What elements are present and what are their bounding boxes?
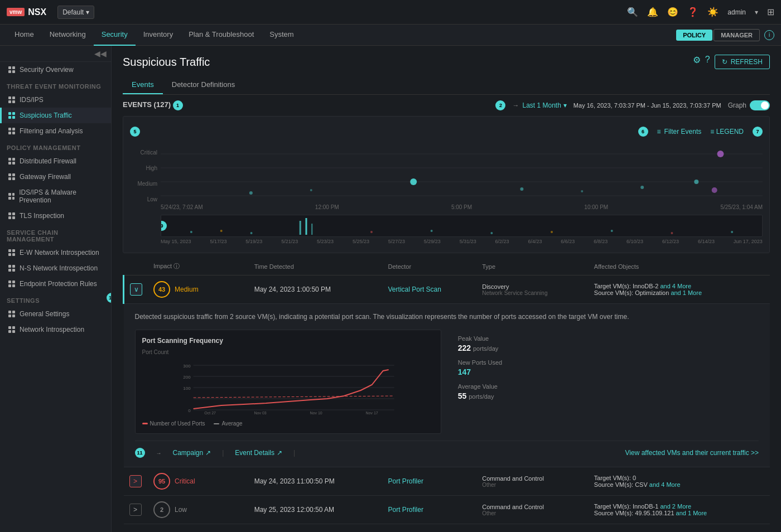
user-dropdown-icon[interactable]: ▾: [755, 8, 758, 16]
theme-icon[interactable]: ☀️: [707, 7, 719, 17]
user-name[interactable]: admin: [727, 8, 746, 16]
sidebar-item-gateway-firewall[interactable]: Gateway Firewall: [0, 169, 111, 185]
tabs-bar: Events Detector Definitions: [123, 76, 770, 95]
help-icon[interactable]: ❓: [687, 7, 698, 17]
avg-unit: ports/day: [469, 393, 494, 400]
table-body: ∨ 43 Medium May 24, 2023 1:00:50 PM Vert…: [124, 275, 770, 524]
view-affected-vms-link[interactable]: View affected VMs and their current traf…: [625, 449, 759, 457]
type-sub-2: Other: [482, 482, 583, 488]
event-details-link[interactable]: Event Details ↗: [235, 449, 282, 457]
sidebar-item-label: Network Introspection: [20, 326, 84, 333]
svg-text:200: 200: [183, 375, 191, 380]
impact-cell-1: 43 Medium: [148, 275, 204, 304]
page-title: Suspicious Traffic: [123, 56, 210, 69]
sidebar-item-security-overview[interactable]: Security Overview: [0, 62, 111, 78]
environment-selector[interactable]: Default ▾: [57, 6, 94, 19]
detector-link-3[interactable]: Port Profiler: [388, 506, 423, 514]
sidebar-item-ids-malware[interactable]: IDS/IPS & Malware Prevention: [0, 185, 111, 208]
tl-date-16: 6/14/23: [698, 239, 715, 244]
source-more-link-1[interactable]: and 1 More: [671, 289, 702, 296]
svg-text:100: 100: [183, 386, 191, 391]
tl-date-10: 6/2/23: [495, 239, 509, 244]
detector-link-2[interactable]: Port Profiler: [388, 477, 423, 485]
tab-events[interactable]: Events: [123, 76, 163, 94]
nav-networking[interactable]: Networking: [42, 25, 94, 46]
svg-point-4: [410, 178, 417, 185]
endpoint-rules-icon: [8, 280, 15, 287]
sidebar-item-suspicious-traffic[interactable]: Suspicious Traffic: [0, 108, 111, 123]
y-label-critical: Critical: [130, 149, 157, 156]
graph-toggle-switch[interactable]: [750, 100, 770, 110]
sidebar-item-endpoint-rules[interactable]: Endpoint Protection Rules: [0, 276, 111, 292]
new-ports-value[interactable]: 147: [458, 367, 753, 376]
nav-system[interactable]: System: [262, 25, 301, 46]
sidebar-item-filtering-analysis[interactable]: Filtering and Analysis: [0, 123, 111, 139]
source-vms-3: Source VM(s): 49.95.109.121 and 1 More: [594, 510, 764, 516]
expand-button-2[interactable]: >: [129, 475, 142, 487]
target-more-link-3[interactable]: and 2 More: [660, 503, 691, 510]
detector-link-1[interactable]: Vertical Port Scan: [388, 286, 441, 293]
expand-button-3[interactable]: >: [129, 504, 142, 516]
sidebar-item-tls-inspection[interactable]: TLS Inspection: [0, 208, 111, 224]
date-range-display: May 16, 2023, 7:03:37 PM - Jun 15, 2023,…: [573, 102, 721, 109]
impact-cell-3: 2 Low: [148, 496, 204, 524]
sidebar-item-label: Distributed Firewall: [20, 157, 76, 165]
apps-grid-icon[interactable]: ⊞: [767, 7, 774, 17]
sidebar-item-ew-network[interactable]: E-W Network Introspection: [0, 245, 111, 260]
port-chart-container: Port Scanning Frequency Port Count: [135, 330, 441, 434]
timeline-histogram[interactable]: 9: [161, 215, 763, 237]
arrow-right-icon: →: [156, 450, 162, 456]
nav-security[interactable]: Security: [94, 25, 136, 46]
svg-text:0: 0: [188, 408, 191, 413]
svg-text:300: 300: [183, 364, 191, 369]
expand-cell-3: >: [124, 496, 148, 524]
manager-button[interactable]: MANAGER: [713, 29, 760, 41]
timeline-spacer: [130, 215, 161, 246]
network-introspection-icon: [8, 326, 15, 333]
policy-button[interactable]: POLICY: [676, 30, 712, 41]
search-icon[interactable]: 🔍: [627, 7, 638, 17]
time-range-selector[interactable]: → Last 1 Month ▾: [512, 101, 566, 109]
port-scan-grid: Port Scanning Frequency Port Count: [135, 330, 759, 434]
impact-level-1: Medium: [175, 286, 199, 293]
settings-icon[interactable]: ⚙: [693, 55, 701, 69]
events-right-controls: 2 → Last 1 Month ▾ May 16, 2023, 7:03:37…: [495, 100, 770, 110]
notifications-icon[interactable]: 🔔: [647, 7, 658, 17]
callout-2: 2: [495, 100, 505, 110]
sidebar-item-ids-ips[interactable]: IDS/IPS: [0, 92, 111, 108]
refresh-button[interactable]: ↻ REFRESH: [715, 55, 770, 69]
avg-value-stat: Average Value 55 ports/day: [458, 383, 753, 400]
sidebar-item-ns-network[interactable]: N-S Network Introspection: [0, 260, 111, 276]
port-chart-title: Port Scanning Frequency: [142, 337, 434, 345]
nav-inventory[interactable]: Inventory: [136, 25, 181, 46]
th-expand: [124, 258, 148, 275]
nav-home[interactable]: Home: [7, 25, 42, 46]
svg-point-16: [190, 231, 192, 233]
sidebar-item-label: TLS Inspection: [20, 212, 64, 220]
sidebar-collapse-icon[interactable]: ◀◀: [94, 49, 107, 58]
nav-plan-troubleshoot[interactable]: Plan & Troubleshoot: [181, 25, 262, 46]
port-scan-chart-svg: 300 200 100 0 O: [142, 360, 434, 415]
legend-button[interactable]: ≡ LEGEND: [710, 128, 744, 136]
filter-events-button[interactable]: ≡ Filter Events: [657, 128, 702, 136]
page-help-icon[interactable]: ?: [705, 55, 710, 69]
app-logo[interactable]: vmw NSX: [7, 7, 46, 17]
th-time: Time Detected: [249, 258, 383, 275]
campaign-link[interactable]: Campaign ↗: [173, 449, 211, 457]
tab-detector-definitions[interactable]: Detector Definitions: [163, 76, 244, 94]
sidebar-item-network-introspection[interactable]: Network Introspection: [0, 322, 111, 337]
expand-button-1[interactable]: ∨: [130, 283, 142, 296]
sidebar-item-label: General Settings: [20, 310, 69, 318]
user-avatar-icon[interactable]: 😊: [667, 7, 678, 17]
target-more-link-1[interactable]: and 4 More: [660, 283, 691, 289]
sidebar-item-distributed-firewall[interactable]: Distributed Firewall: [0, 153, 111, 169]
tl-date-7: 5/27/23: [388, 239, 405, 244]
chart-x-labels: 5/24/23, 7:02 AM 12:00 PM 5:00 PM 10:00 …: [161, 203, 763, 211]
peak-unit: ports/day: [473, 345, 498, 352]
time-range-label[interactable]: Last 1 Month ▾: [522, 101, 566, 109]
source-more-link-2[interactable]: and 4 More: [649, 481, 681, 488]
sidebar-item-general-settings[interactable]: General Settings: [0, 306, 111, 322]
source-more-link-3[interactable]: and 1 More: [676, 510, 707, 516]
svg-point-7: [694, 180, 698, 184]
nav-info-icon[interactable]: i: [764, 30, 774, 40]
